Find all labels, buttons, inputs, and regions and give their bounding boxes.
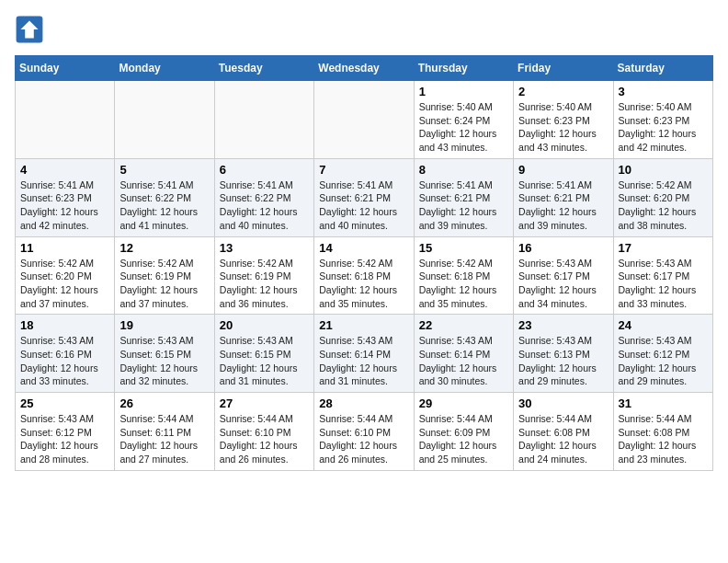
day-info: Daylight: 12 hours: [518, 362, 608, 375]
day-number: 21: [319, 318, 408, 332]
day-number: 22: [419, 318, 508, 332]
day-info: and 33 minutes.: [619, 297, 708, 311]
general-blue-logo-icon: [15, 15, 44, 44]
day-info: and 39 minutes.: [419, 219, 508, 233]
day-cell: 25Sunrise: 5:43 AMSunset: 6:12 PMDayligh…: [16, 393, 115, 471]
day-number: 7: [319, 163, 408, 177]
header-cell-tuesday: Tuesday: [214, 56, 313, 81]
day-cell: 14Sunrise: 5:42 AMSunset: 6:18 PMDayligh…: [314, 236, 414, 315]
day-info: Daylight: 12 hours: [119, 362, 209, 375]
day-info: and 26 minutes.: [319, 453, 408, 466]
day-info: Sunset: 6:15 PM: [119, 348, 209, 362]
day-info: Daylight: 12 hours: [518, 205, 608, 219]
day-info: Daylight: 12 hours: [319, 439, 408, 453]
day-cell: 10Sunrise: 5:42 AMSunset: 6:20 PMDayligh…: [613, 158, 712, 236]
week-row-1: 1Sunrise: 5:40 AMSunset: 6:24 PMDaylight…: [16, 81, 713, 159]
day-info: Sunset: 6:12 PM: [20, 426, 109, 440]
day-cell: [115, 81, 214, 159]
day-info: Sunrise: 5:42 AM: [220, 257, 309, 270]
day-info: and 30 minutes.: [419, 374, 508, 388]
day-number: 27: [220, 396, 309, 410]
day-cell: [16, 81, 115, 159]
day-cell: 11Sunrise: 5:42 AMSunset: 6:20 PMDayligh…: [16, 236, 115, 315]
day-info: Sunrise: 5:44 AM: [619, 412, 708, 426]
day-number: 17: [619, 241, 708, 255]
day-info: Sunset: 6:21 PM: [518, 191, 608, 205]
day-info: Sunrise: 5:41 AM: [518, 178, 608, 192]
day-info: and 31 minutes.: [319, 374, 408, 388]
day-info: and 33 minutes.: [20, 374, 109, 388]
day-info: Daylight: 12 hours: [619, 283, 708, 297]
day-info: Sunset: 6:18 PM: [419, 270, 508, 283]
day-number: 12: [119, 241, 209, 255]
day-cell: 22Sunrise: 5:43 AMSunset: 6:14 PMDayligh…: [414, 315, 513, 393]
day-info: Sunrise: 5:40 AM: [419, 100, 508, 114]
day-cell: 1Sunrise: 5:40 AMSunset: 6:24 PMDaylight…: [414, 81, 513, 159]
day-info: and 32 minutes.: [119, 374, 209, 388]
day-cell: 2Sunrise: 5:40 AMSunset: 6:23 PMDaylight…: [514, 81, 613, 159]
day-info: Daylight: 12 hours: [220, 283, 309, 297]
day-info: Sunset: 6:08 PM: [619, 426, 708, 440]
day-info: Sunset: 6:17 PM: [619, 270, 708, 283]
day-number: 25: [20, 396, 109, 410]
day-info: Sunset: 6:10 PM: [220, 426, 309, 440]
day-info: Daylight: 12 hours: [319, 283, 408, 297]
day-number: 29: [419, 396, 508, 410]
day-info: Sunrise: 5:44 AM: [419, 412, 508, 426]
day-info: Sunrise: 5:43 AM: [419, 334, 508, 348]
day-info: Daylight: 12 hours: [419, 205, 508, 219]
day-info: and 41 minutes.: [119, 219, 209, 233]
day-info: and 25 minutes.: [419, 453, 508, 466]
day-info: Sunset: 6:23 PM: [619, 114, 708, 128]
day-info: Daylight: 12 hours: [319, 205, 408, 219]
day-cell: 12Sunrise: 5:42 AMSunset: 6:19 PMDayligh…: [115, 236, 214, 315]
header: [15, 15, 713, 44]
calendar-header: SundayMondayTuesdayWednesdayThursdayFrid…: [16, 56, 713, 81]
day-info: and 37 minutes.: [20, 297, 109, 311]
day-info: Sunrise: 5:43 AM: [518, 257, 608, 270]
day-number: 18: [20, 318, 109, 332]
day-info: Daylight: 12 hours: [220, 439, 309, 453]
day-info: Daylight: 12 hours: [619, 439, 708, 453]
day-info: Sunset: 6:23 PM: [518, 114, 608, 128]
day-info: Sunrise: 5:43 AM: [119, 334, 209, 348]
day-cell: 28Sunrise: 5:44 AMSunset: 6:10 PMDayligh…: [314, 393, 414, 471]
day-cell: [314, 81, 414, 159]
day-info: Sunset: 6:20 PM: [619, 191, 708, 205]
day-info: and 43 minutes.: [518, 141, 608, 155]
day-info: and 36 minutes.: [220, 297, 309, 311]
day-info: Daylight: 12 hours: [119, 205, 209, 219]
day-number: 19: [119, 318, 209, 332]
day-info: Sunrise: 5:43 AM: [20, 334, 109, 348]
day-info: Daylight: 12 hours: [619, 362, 708, 375]
header-row: SundayMondayTuesdayWednesdayThursdayFrid…: [16, 56, 713, 81]
day-info: Sunrise: 5:44 AM: [220, 412, 309, 426]
day-number: 5: [119, 163, 209, 177]
day-info: Daylight: 12 hours: [619, 205, 708, 219]
day-info: and 26 minutes.: [220, 453, 309, 466]
day-info: Sunset: 6:22 PM: [119, 191, 209, 205]
day-info: and 35 minutes.: [319, 297, 408, 311]
day-info: Sunrise: 5:42 AM: [20, 257, 109, 270]
day-info: Sunset: 6:11 PM: [119, 426, 209, 440]
day-info: Sunset: 6:08 PM: [518, 426, 608, 440]
day-info: Sunset: 6:19 PM: [119, 270, 209, 283]
day-info: Sunrise: 5:41 AM: [419, 178, 508, 192]
day-info: Daylight: 12 hours: [518, 283, 608, 297]
day-cell: 24Sunrise: 5:43 AMSunset: 6:12 PMDayligh…: [613, 315, 712, 393]
day-info: Sunrise: 5:43 AM: [20, 412, 109, 426]
day-info: Sunset: 6:20 PM: [20, 270, 109, 283]
day-number: 9: [518, 163, 608, 177]
day-info: Daylight: 12 hours: [419, 283, 508, 297]
day-info: Sunrise: 5:43 AM: [319, 334, 408, 348]
day-number: 16: [518, 241, 608, 255]
calendar-table: SundayMondayTuesdayWednesdayThursdayFrid…: [15, 55, 713, 471]
day-cell: 15Sunrise: 5:42 AMSunset: 6:18 PMDayligh…: [414, 236, 513, 315]
day-number: 31: [619, 396, 708, 410]
day-number: 20: [220, 318, 309, 332]
week-row-2: 4Sunrise: 5:41 AMSunset: 6:23 PMDaylight…: [16, 158, 713, 236]
day-number: 15: [419, 241, 508, 255]
day-info: Sunset: 6:21 PM: [419, 191, 508, 205]
day-number: 6: [220, 163, 309, 177]
day-info: Sunrise: 5:43 AM: [518, 334, 608, 348]
